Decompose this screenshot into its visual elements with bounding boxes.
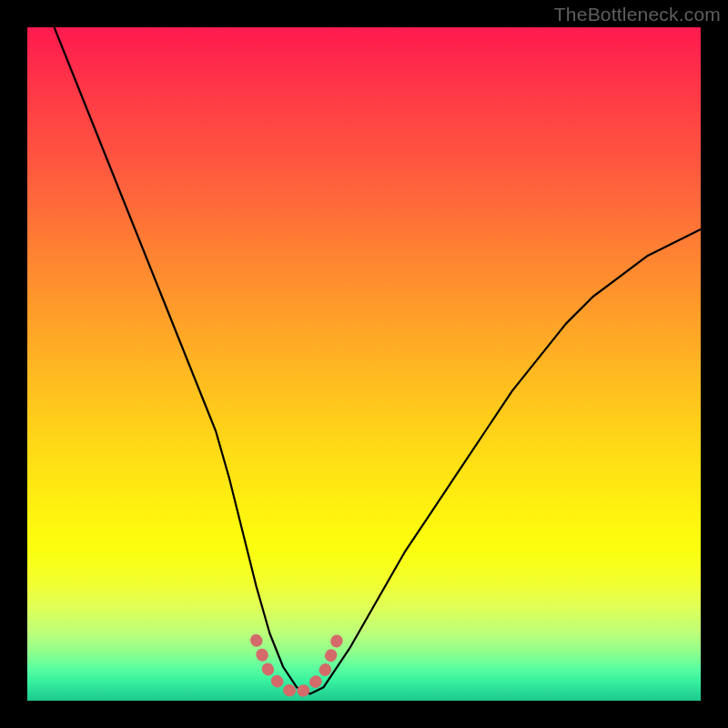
bottleneck-curve <box>55 27 701 694</box>
chart-frame: TheBottleneck.com <box>0 0 728 728</box>
watermark-text: TheBottleneck.com <box>554 4 721 25</box>
chart-svg <box>27 27 701 701</box>
plot-area <box>27 27 701 701</box>
